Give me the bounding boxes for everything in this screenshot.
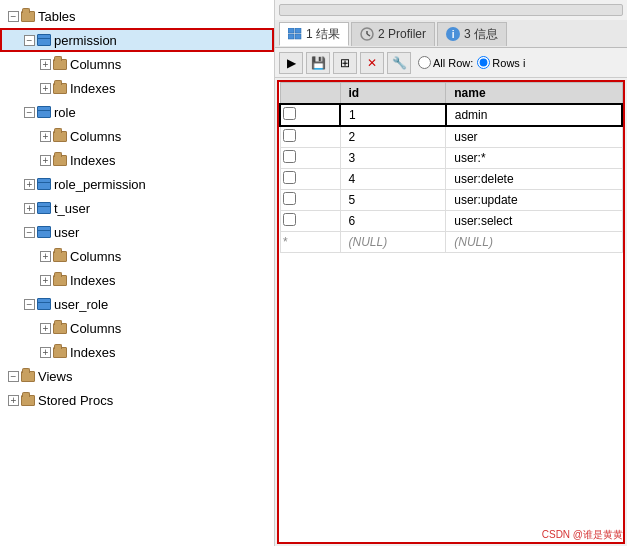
row-checkbox-cell[interactable]: [280, 211, 340, 232]
user-role-indexes-node[interactable]: + Indexes: [0, 340, 274, 364]
row-name-3: user:*: [446, 148, 622, 169]
views-node[interactable]: − Views: [0, 364, 274, 388]
user-indexes-node[interactable]: + Indexes: [0, 268, 274, 292]
views-toggle[interactable]: −: [8, 371, 19, 382]
user-columns-node[interactable]: + Columns: [0, 244, 274, 268]
rows-radio[interactable]: [477, 56, 490, 69]
tables-toggle[interactable]: −: [8, 11, 19, 22]
row-checkbox-cell[interactable]: [280, 126, 340, 148]
run-button[interactable]: ▶: [279, 52, 303, 74]
rows-option[interactable]: Rows i: [477, 56, 525, 69]
row-checkbox-cell[interactable]: [280, 190, 340, 211]
role-columns-toggle[interactable]: +: [40, 131, 51, 142]
row-id-4: 4: [340, 169, 446, 190]
table-row[interactable]: 6 user:select: [280, 211, 622, 232]
role-toggle[interactable]: −: [24, 107, 35, 118]
row-checkbox-3[interactable]: [283, 150, 296, 163]
permission-toggle[interactable]: −: [24, 35, 35, 46]
row-id-6: 6: [340, 211, 446, 232]
tab-info[interactable]: i 3 信息: [437, 22, 507, 46]
role-indexes-node[interactable]: + Indexes: [0, 148, 274, 172]
col-name: name: [446, 83, 622, 105]
row-checkbox-6[interactable]: [283, 213, 296, 226]
user-indexes-toggle[interactable]: +: [40, 275, 51, 286]
user-table-icon: [37, 226, 51, 238]
permission-indexes-label: Indexes: [70, 81, 116, 96]
t-user-node[interactable]: + t_user: [0, 196, 274, 220]
user-role-toggle[interactable]: −: [24, 299, 35, 310]
tab-results-label: 1 结果: [306, 26, 340, 43]
row-checkbox-1[interactable]: [283, 107, 296, 120]
user-role-columns-toggle[interactable]: +: [40, 323, 51, 334]
permission-label: permission: [54, 33, 117, 48]
user-role-indexes-toggle[interactable]: +: [40, 347, 51, 358]
row-name-2: user: [446, 126, 622, 148]
row-checkbox-cell[interactable]: [280, 148, 340, 169]
user-node[interactable]: − user: [0, 220, 274, 244]
t-user-toggle[interactable]: +: [24, 203, 35, 214]
tables-node[interactable]: − Tables: [0, 4, 274, 28]
table-row[interactable]: 2 user: [280, 126, 622, 148]
tab-profiler[interactable]: 2 Profiler: [351, 22, 435, 46]
permission-indexes-toggle[interactable]: +: [40, 83, 51, 94]
tab-info-label: 3 信息: [464, 26, 498, 43]
svg-line-6: [367, 34, 370, 36]
row-id-1: 1: [340, 104, 446, 126]
table-row[interactable]: 1 admin: [280, 104, 622, 126]
col-id: id: [340, 83, 446, 105]
row-checkbox-2[interactable]: [283, 129, 296, 142]
permission-columns-toggle[interactable]: +: [40, 59, 51, 70]
role-table-icon: [37, 106, 51, 118]
left-panel: − Tables − permission + Columns + Indexe…: [0, 0, 275, 546]
user-role-label: user_role: [54, 297, 108, 312]
role-columns-node[interactable]: + Columns: [0, 124, 274, 148]
user-role-columns-node[interactable]: + Columns: [0, 316, 274, 340]
stored-procs-folder-icon: [21, 395, 35, 406]
filter-button[interactable]: 🔧: [387, 52, 411, 74]
stored-procs-node[interactable]: + Stored Procs: [0, 388, 274, 412]
user-toggle[interactable]: −: [24, 227, 35, 238]
role-permission-toggle[interactable]: +: [24, 179, 35, 190]
null-row-name: (NULL): [446, 232, 622, 253]
save-button[interactable]: 💾: [306, 52, 330, 74]
row-checkbox-5[interactable]: [283, 192, 296, 205]
role-permission-node[interactable]: + role_permission: [0, 172, 274, 196]
cancel-button[interactable]: ✕: [360, 52, 384, 74]
row-checkbox-cell[interactable]: [280, 169, 340, 190]
table-row[interactable]: 4 user:delete: [280, 169, 622, 190]
table-button[interactable]: ⊞: [333, 52, 357, 74]
user-role-columns-label: Columns: [70, 321, 121, 336]
row-checkbox-cell[interactable]: [280, 104, 340, 126]
stored-procs-toggle[interactable]: +: [8, 395, 19, 406]
table-row[interactable]: 3 user:*: [280, 148, 622, 169]
user-role-table-icon: [37, 298, 51, 310]
permission-indexes-icon: [53, 83, 67, 94]
permission-columns-node[interactable]: + Columns: [0, 52, 274, 76]
svg-rect-3: [295, 34, 301, 39]
grid-icon: [288, 28, 302, 40]
horizontal-scrollbar[interactable]: [279, 4, 623, 16]
col-checkbox: [280, 83, 340, 105]
permission-columns-icon: [53, 59, 67, 70]
row-name-4: user:delete: [446, 169, 622, 190]
table-row[interactable]: 5 user:update: [280, 190, 622, 211]
tab-results[interactable]: 1 结果: [279, 22, 349, 46]
tab-bar: 1 结果 2 Profiler i 3 信息: [275, 20, 627, 48]
user-role-columns-icon: [53, 323, 67, 334]
role-permission-table-icon: [37, 178, 51, 190]
all-rows-radio[interactable]: [418, 56, 431, 69]
permission-node[interactable]: − permission: [0, 28, 274, 52]
permission-indexes-node[interactable]: + Indexes: [0, 76, 274, 100]
table-null-row[interactable]: * (NULL) (NULL): [280, 232, 622, 253]
all-rows-option[interactable]: All Row:: [418, 56, 473, 69]
row-checkbox-4[interactable]: [283, 171, 296, 184]
user-columns-toggle[interactable]: +: [40, 251, 51, 262]
user-role-node[interactable]: − user_role: [0, 292, 274, 316]
role-indexes-icon: [53, 155, 67, 166]
role-indexes-toggle[interactable]: +: [40, 155, 51, 166]
data-table-container[interactable]: id name 1 admin 2 user 3 user: [277, 80, 625, 544]
all-rows-label: All Row:: [433, 57, 473, 69]
t-user-label: t_user: [54, 201, 90, 216]
role-node[interactable]: − role: [0, 100, 274, 124]
user-columns-icon: [53, 251, 67, 262]
